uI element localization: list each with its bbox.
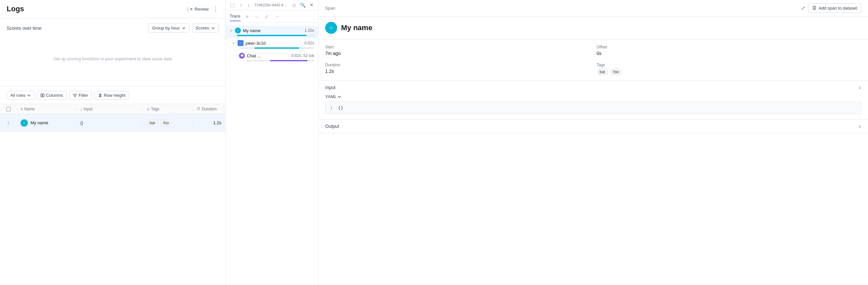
trace-bar-3 [246, 60, 314, 61]
chevron-down-icon [182, 26, 186, 30]
tags-column-header: ◇ Tags [143, 107, 192, 111]
trace-nav-icon[interactable]: ⬚ [229, 2, 235, 8]
expand-icon: ∨ [229, 29, 232, 33]
table-row[interactable]: 1 ○ My name {} bar foo 1.2s [0, 114, 225, 132]
span-title-main: ○ My name [318, 16, 868, 39]
start-label: Start [325, 45, 590, 49]
group-by-dropdown[interactable]: Group by hour [148, 24, 189, 33]
trace-item-label-3: Chat ... [247, 54, 289, 58]
trace-search-icon[interactable]: 🔍 [299, 2, 306, 8]
span-tags: Tags bar foo [597, 63, 861, 75]
row-duration-cell: 1.2s [192, 120, 225, 125]
span-panel: Span ⤢ 🗄 Add span to dataset ○ My name S… [318, 0, 868, 285]
span-tag-foo: foo [610, 69, 622, 75]
row-tags-cell: bar foo [143, 120, 192, 126]
span-input-section: Input ∨ YAML 1 {} [318, 81, 868, 120]
trace-item-chat[interactable]: 💬 Chat ... 0.62s, 52 tok [226, 51, 318, 63]
span-name-icon: ○ [325, 22, 337, 34]
more-menu-button[interactable]: ⋮ [213, 6, 219, 12]
table-header: ≡ Name ↓ Input ◇ Tags ⏱ Duration [0, 104, 225, 114]
span-meta-grid: Start 7m ago Offset 0s Duration 1.2s Tag… [318, 39, 868, 81]
trace-chat-icon: 💬 [239, 53, 245, 59]
trace-close-button[interactable]: ✕ [309, 2, 314, 8]
trace-item-label-2: joker-3c10 [246, 41, 303, 46]
columns-button[interactable]: Columns [37, 91, 67, 100]
chevron-down-icon2 [211, 26, 215, 30]
review-button[interactable]: ⋮≡ Review [186, 7, 209, 11]
span-name-heading: My name [341, 24, 372, 32]
chevron-down-icon3 [27, 94, 31, 97]
yaml-controls: YAML [325, 94, 861, 99]
tag-badge-foo: foo [160, 120, 172, 126]
span-label-row: Span [325, 6, 335, 11]
code-line-number: 1 [330, 105, 333, 110]
row-name-cell: ○ My name [17, 119, 76, 127]
row-height-icon [98, 94, 102, 98]
scores-section: Scores over time Group by hour Scores Se… [0, 18, 225, 87]
input-header-icon: ↓ [80, 107, 82, 111]
trace-tab-list-icon[interactable]: ≡ [245, 12, 250, 21]
table-controls: All rows Columns Filter Row height [0, 87, 225, 104]
trace-down-button[interactable]: ↓ [247, 2, 250, 8]
trace-bar-fill-2 [254, 47, 299, 49]
trace-tab-circle-icon[interactable]: ○ [254, 12, 259, 21]
trace-bar-1 [237, 35, 314, 36]
tag-badge-bar: bar [147, 120, 158, 126]
span-actions: ⤢ 🗄 Add span to dataset [801, 3, 861, 13]
span-start: Start 7m ago [325, 45, 590, 56]
scores-dropdown[interactable]: Scores [192, 24, 219, 33]
span-input-content: YAML 1 {} [318, 94, 868, 119]
trace-header-icons: ◇ 🔍 ✕ [292, 2, 314, 8]
duration-column-header: ⏱ Duration [192, 107, 225, 111]
trace-item-time-3: 0.62s, 52 tok [291, 54, 314, 58]
svg-rect-1 [43, 94, 44, 97]
filter-icon [73, 94, 77, 98]
row-input-cell: {} [76, 120, 143, 125]
all-rows-dropdown[interactable]: All rows [7, 91, 34, 100]
trace-tab-expand-icon[interactable]: ⤢ [263, 12, 270, 21]
span-output-section: Output ∨ [318, 120, 868, 133]
trace-item-row-3: 💬 Chat ... 0.62s, 52 tok [239, 53, 314, 59]
yaml-chevron-icon [338, 95, 341, 99]
trace-tabs: Trace ≡ ○ ⤢ ← [226, 10, 318, 23]
name-header-icon: ≡ [21, 107, 23, 111]
span-header: Span ⤢ 🗄 Add span to dataset [318, 0, 868, 16]
trace-up-button[interactable]: ↑ [239, 2, 243, 8]
trace-id-text: 7196225e-4d42-4cf9-93a9-a557b3c210c8 [254, 3, 288, 7]
trace-bar-2 [240, 47, 314, 49]
add-span-to-dataset-button[interactable]: 🗄 Add span to dataset [808, 3, 861, 13]
code-block: 1 {} [325, 102, 861, 114]
start-value: 7m ago [325, 51, 341, 56]
yaml-button[interactable]: YAML [325, 94, 341, 99]
trace-square-icon: □ [238, 40, 244, 46]
offset-value: 0s [597, 51, 601, 56]
span-duration: Duration 1.2s [325, 63, 590, 75]
row-number: 1 [0, 120, 17, 125]
input-column-header: ↓ Input [76, 107, 143, 111]
trace-item-joker[interactable]: ∨ □ joker-3c10 0.62s [226, 38, 318, 51]
duration-value: 1.2s [325, 69, 334, 74]
left-header: Logs ⋮≡ Review ⋮ [0, 0, 225, 18]
trace-id-bar: ⬚ ↑ ↓ 7196225e-4d42-4cf9-93a9-a557b3c210… [226, 0, 318, 10]
select-all-checkbox[interactable] [6, 107, 11, 111]
span-input-header[interactable]: Input ∨ [318, 81, 868, 94]
output-toggle-icon: ∨ [858, 123, 861, 129]
trace-bookmark-icon[interactable]: ◇ [292, 2, 297, 8]
trace-panel: ⬚ ↑ ↓ 7196225e-4d42-4cf9-93a9-a557b3c210… [226, 0, 318, 285]
tags-label: Tags [597, 63, 861, 67]
offset-label: Offset [597, 45, 861, 49]
span-offset: Offset 0s [597, 45, 861, 56]
tags-row: bar foo [597, 69, 861, 75]
trace-tab-collapse-icon[interactable]: ← [274, 12, 281, 21]
checkbox-header[interactable] [0, 107, 17, 111]
span-output-header[interactable]: Output ∨ [318, 120, 868, 133]
span-expand-button[interactable]: ⤢ [801, 5, 805, 11]
tab-trace[interactable]: Trace [229, 11, 241, 21]
trace-item-myname[interactable]: ∨ ○ My name 1.20s [226, 26, 318, 38]
filter-button[interactable]: Filter [69, 91, 92, 100]
scores-title: Scores over time [7, 26, 41, 31]
row-height-button[interactable]: Row height [95, 91, 129, 100]
code-content: {} [338, 105, 343, 110]
trace-item-row-1: ∨ ○ My name 1.20s [229, 28, 314, 33]
span-tag-bar: bar [597, 69, 608, 75]
